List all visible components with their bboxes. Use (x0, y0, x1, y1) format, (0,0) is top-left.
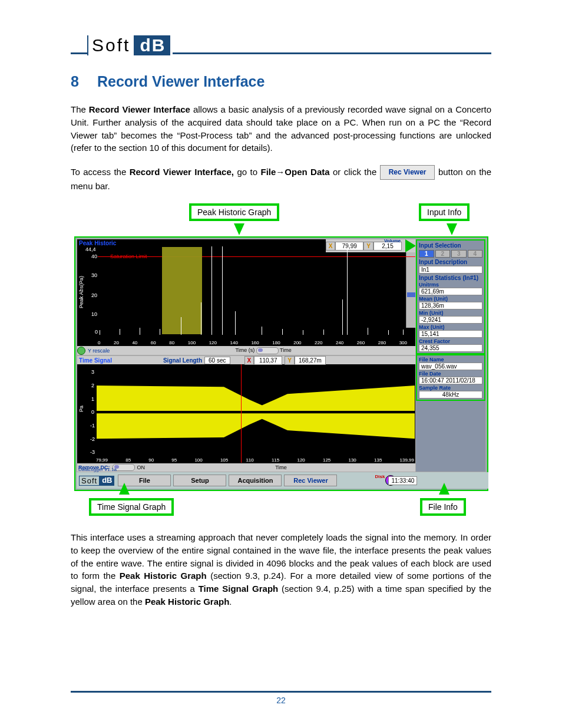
file-date-label: File Date (419, 371, 482, 377)
y-tick: 0 (95, 329, 98, 335)
mean-value: 128,36m (419, 302, 482, 309)
y-axis-label: Peak Abs(Pa) (78, 276, 84, 308)
y-tick: -1 (90, 423, 95, 429)
input-1-button[interactable]: 1 (419, 250, 434, 258)
y-tick: -3 (90, 449, 95, 455)
min-label: Min (Unit) (419, 310, 482, 316)
peak-historic-panel: Peak Historic X79,99 Y2,15 Volume Satura… (77, 239, 418, 355)
footer-rule (71, 691, 491, 693)
x-tick: 200 (293, 340, 301, 345)
x-tick: 90 (148, 457, 154, 463)
page-footer: 22 (71, 691, 491, 706)
rec-viewer-menu-button[interactable]: Rec Viewer (284, 475, 337, 486)
record-viewer-app: Peak Historic X79,99 Y2,15 Volume Satura… (74, 236, 488, 491)
sample-rate-label: Sample Rate (419, 385, 482, 391)
input-description-label: Input Description (419, 259, 482, 265)
crest-factor-value: 24,355 (419, 344, 482, 352)
cursor-line[interactable] (241, 364, 242, 463)
chevron-down-icon (447, 223, 457, 235)
brand-logo: Soft dB (87, 35, 170, 55)
time-signal-panel: Time Signal Signal Length 60 sec X110,37… (77, 355, 418, 472)
y-rescale-label: Y rescale (88, 348, 110, 354)
x-tick: 85 (125, 457, 131, 463)
section-heading: 8 Record Viewer Interface (71, 73, 491, 90)
y-tick: 1 (91, 396, 94, 402)
y-tick: 3 (91, 369, 94, 375)
section-number: 8 (71, 73, 93, 90)
volume-thumb[interactable] (407, 292, 415, 297)
y-tick: 2 (91, 383, 94, 388)
max-label: Max (Unit) (419, 324, 482, 330)
unitrms-label: Unitrms (419, 282, 482, 288)
input-2-button[interactable]: 2 (435, 250, 451, 258)
setup-menu-button[interactable]: Setup (173, 475, 226, 486)
x-tick: 60 (151, 340, 156, 345)
rescale-icon[interactable] (77, 347, 85, 355)
acquisition-menu-button[interactable]: Acquisition (229, 475, 282, 486)
volume-label: Volume (384, 238, 417, 243)
x-tick: 0 (98, 340, 100, 345)
x-axis-label: Time (145, 465, 417, 470)
menu-bar: DataLogger V1.1a SoftdB File Setup Acqui… (77, 472, 488, 489)
x-tick: 100 (194, 457, 202, 463)
chevron-up-icon (439, 483, 449, 495)
x-tick: 140 (230, 340, 238, 345)
x-tick: 120 (297, 457, 305, 463)
page-number: 22 (276, 696, 286, 705)
x-tick: 95 (171, 457, 177, 463)
y-label: Y (285, 356, 295, 365)
mean-label: Mean (Unit) (419, 296, 482, 302)
file-date-value: 16:00:47 2011/02/18 (419, 377, 482, 384)
y-tick: -2 (90, 436, 95, 442)
x-tick: 120 (209, 340, 217, 345)
x-value: 110,37 (254, 356, 282, 365)
time-signal-title: Time Signal (77, 357, 114, 364)
chevron-up-icon (119, 483, 130, 495)
time-axis-control: Time (s) Time (110, 347, 417, 354)
y-tick: 44,4 (85, 246, 96, 252)
x-tick: 125 (323, 457, 330, 463)
file-info-group: File Name wav_056.wav File Date 16:00:47… (416, 354, 485, 401)
max-value: 15,141 (419, 330, 482, 338)
x-tick: 79,99 (96, 457, 108, 463)
intro-paragraph-2: To access the Record Viewer Interface, g… (71, 165, 491, 193)
file-name-label: File Name (419, 357, 482, 363)
version-label: DataLogger V1.1a (78, 467, 117, 472)
min-value: -2,9241 (419, 316, 482, 324)
intro-paragraph-1: The Record Viewer Interface allows a bas… (71, 103, 491, 154)
callout-time-signal: Time Signal Graph (89, 498, 174, 516)
x-label: X (244, 356, 254, 365)
signal-length-label: Signal Length (163, 357, 202, 364)
arrow-icon: → (276, 167, 285, 177)
header-rule-left (71, 52, 87, 54)
menubar-logo: SoftdB (79, 476, 114, 486)
input-description-value: In1 (419, 266, 482, 274)
x-tick: 100 (188, 340, 196, 345)
x-tick: 40 (132, 340, 137, 345)
x-tick: 110 (246, 457, 253, 463)
x-tick: 130 (348, 457, 356, 463)
x-tick: 115 (272, 457, 279, 463)
x-tick: 280 (378, 340, 386, 345)
input-statistics-label: Input Statistics (In#1) (419, 275, 482, 281)
callout-input-info: Input Info (419, 203, 470, 221)
callout-peak-historic: Peak Historic Graph (189, 203, 279, 221)
rec-viewer-button[interactable]: Rec Viewer (380, 165, 435, 180)
sample-rate-value: 48kHz (419, 391, 482, 398)
chevron-down-icon (234, 223, 244, 235)
y-axis-label: Pa (78, 406, 84, 412)
x-tick: 80 (169, 340, 174, 345)
x-tick: 260 (357, 340, 365, 345)
input-4-button[interactable]: 4 (468, 250, 483, 258)
input-3-button[interactable]: 3 (451, 250, 467, 258)
y-tick: 0 (91, 409, 94, 415)
x-tick: 139,99 (400, 457, 414, 463)
unitrms-value: 621,69m (419, 288, 482, 295)
header-rule-right (173, 52, 491, 54)
input-info-group: Input Selection 1 2 3 4 Input Descriptio… (416, 239, 485, 354)
time-slider[interactable] (256, 347, 279, 354)
signal-length-value: 60 sec (204, 357, 230, 364)
x-tick: 135 (374, 457, 382, 463)
section-title: Record Viewer Interface (97, 73, 265, 90)
x-tick: 160 (251, 340, 259, 345)
